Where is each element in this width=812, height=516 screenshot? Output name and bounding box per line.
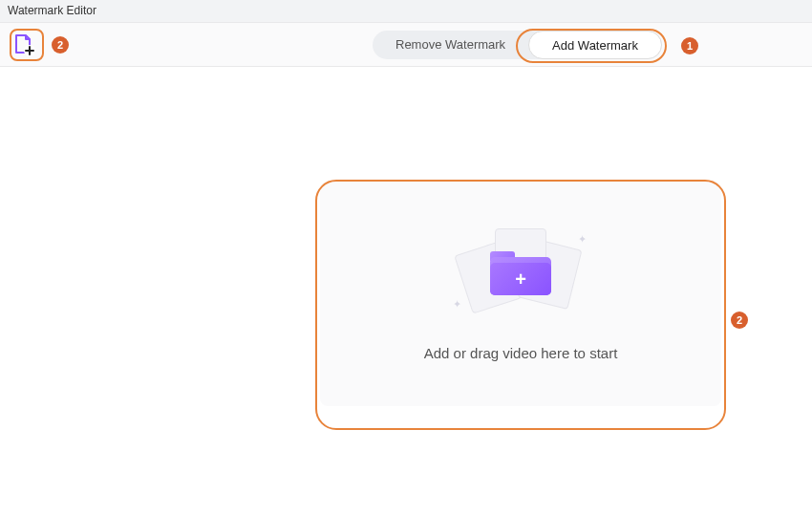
watermark-tab-group: Remove Watermark Add Watermark <box>373 31 662 59</box>
tab-remove-watermark[interactable]: Remove Watermark <box>373 31 528 59</box>
add-file-button[interactable] <box>10 31 38 59</box>
toolbar: Remove Watermark Add Watermark <box>0 23 812 67</box>
tab-add-watermark[interactable]: Add Watermark <box>528 31 662 59</box>
sparkle-icon: ✦ <box>578 233 587 246</box>
window-title: Watermark Editor <box>8 4 96 17</box>
dropzone-graphic: ✦ ✦ + <box>449 227 592 318</box>
dropzone-prompt: Add or drag video here to start <box>424 345 618 361</box>
window-titlebar: Watermark Editor <box>0 0 812 23</box>
folder-add-icon: + <box>490 249 551 295</box>
add-file-icon <box>11 32 36 57</box>
sparkle-icon: ✦ <box>453 298 461 311</box>
content-area: ✦ ✦ + Add or drag video here to start <box>0 67 812 516</box>
video-dropzone[interactable]: ✦ ✦ + Add or drag video here to start <box>320 182 721 406</box>
